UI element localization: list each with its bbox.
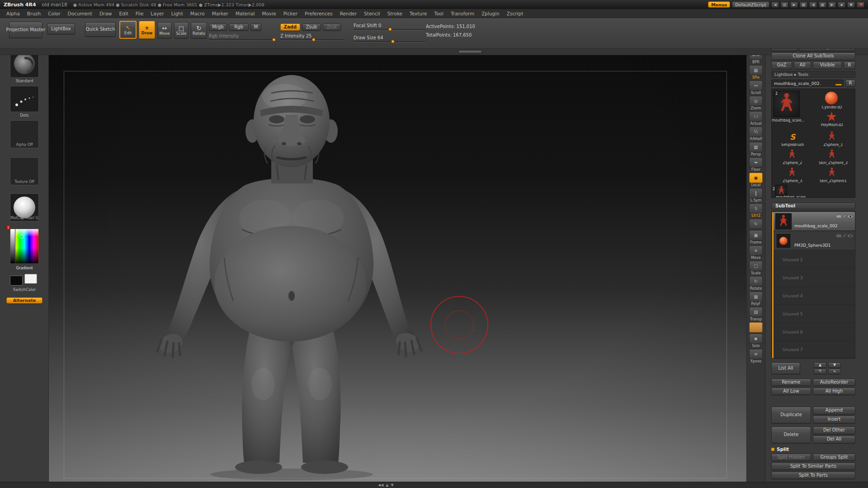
subtool-move-down-button[interactable]: ↳ <box>828 369 841 374</box>
document-canvas[interactable] <box>49 55 746 482</box>
focal-shift-slider[interactable]: Focal Shift 0 <box>354 23 426 30</box>
ghost-button[interactable] <box>749 322 763 333</box>
menu-color[interactable]: Color <box>44 11 64 16</box>
subtool-item-unused[interactable]: Unused 7 <box>774 341 855 358</box>
subtool-item[interactable]: PM3D_Sphere3D1 <box>774 231 855 250</box>
menu-edit[interactable]: Edit <box>115 11 132 16</box>
goz-r-button[interactable]: R <box>844 61 855 69</box>
split-to-similar-parts-button[interactable]: Split To Similar Parts <box>771 463 855 470</box>
next-ui-group-icon[interactable] <box>790 2 798 8</box>
tool-restore-button[interactable]: R <box>845 80 855 87</box>
rgb-intensity-slider[interactable]: Rgb Intensity <box>209 33 277 41</box>
subtool-item-unused[interactable]: Unused 3 <box>774 269 855 287</box>
mrgb-button[interactable]: Mrgb <box>209 23 227 31</box>
polyf-button[interactable]: PolyF <box>749 291 763 306</box>
solo-button[interactable]: Solo <box>749 333 763 348</box>
menu-stroke[interactable]: Stroke <box>384 11 406 16</box>
draw-size-knob[interactable] <box>391 40 395 43</box>
sxyz-button[interactable]: SXYZ <box>749 203 763 218</box>
xpose-button[interactable]: Xpose <box>749 349 763 363</box>
menu-layer[interactable]: Layer <box>147 11 167 16</box>
subtool-down-button[interactable]: ▼ <box>828 362 841 368</box>
menu-transform[interactable]: Transform <box>447 11 478 16</box>
local-button[interactable]: Local <box>749 173 763 187</box>
rename-button[interactable]: Rename <box>771 379 811 386</box>
menu-preferences[interactable]: Preferences <box>301 11 336 16</box>
floor-button[interactable]: Floor <box>749 157 763 172</box>
lsym-button[interactable]: L.Sym <box>749 188 763 202</box>
spix-button[interactable]: SPix <box>749 65 763 80</box>
append-button[interactable]: Append <box>813 407 855 414</box>
lightbox-button[interactable]: LightBox <box>47 23 75 34</box>
move-button[interactable]: ↔ Move <box>157 22 172 38</box>
scale-button[interactable]: □ Scale <box>174 22 189 38</box>
zsphere1-thumb[interactable] <box>829 131 835 142</box>
z-intensity-knob[interactable] <box>312 38 316 42</box>
dock-up-icon[interactable]: ▲ <box>386 483 388 487</box>
texture-selector[interactable]: Texture Off <box>10 157 39 185</box>
lightbox-tools-bar[interactable]: Lightbox ▸ Tools <box>771 71 855 78</box>
subtool-scrollbar[interactable] <box>772 212 774 358</box>
skin-zsphere1-thumb[interactable] <box>829 167 835 178</box>
aahalf-button[interactable]: AAHalf <box>749 127 763 141</box>
rotate-button[interactable]: ↻ Rotate <box>191 22 207 38</box>
mouthbag-scale-thumb[interactable]: 2 <box>775 185 787 197</box>
draw-size-slider[interactable]: Draw Size 64 <box>354 35 426 42</box>
draw-button[interactable]: + Draw <box>139 21 155 39</box>
actual-button[interactable]: Actual <box>749 111 763 126</box>
default-zscript-button[interactable]: DefaultZScript <box>732 1 769 8</box>
split-hidden-button[interactable]: Split Hidden <box>771 454 811 461</box>
goz-button[interactable]: GoZ <box>771 61 792 69</box>
focal-shift-knob[interactable] <box>388 28 392 31</box>
prev-ui-group-icon[interactable] <box>771 2 779 8</box>
menu-file[interactable]: File <box>132 11 147 16</box>
visibility-eye-icon[interactable] <box>847 234 853 238</box>
del-other-button[interactable]: Del Other <box>813 427 855 434</box>
move-gizmo-button[interactable]: Move <box>749 245 763 260</box>
goz-all-button[interactable]: All <box>794 61 811 69</box>
clone-all-subtools-button[interactable]: Clone All SubTools <box>771 52 855 60</box>
stroke-selector[interactable] <box>10 86 39 112</box>
menu-marker[interactable]: Marker <box>208 11 232 16</box>
menu-alpha[interactable]: Alpha <box>3 11 24 16</box>
frame-button[interactable]: Frame <box>749 230 763 244</box>
color-picker[interactable] <box>10 229 39 264</box>
lock-icon[interactable] <box>838 2 845 8</box>
menu-document[interactable]: Document <box>64 11 96 16</box>
next-doc-icon[interactable] <box>828 2 836 8</box>
duplicate-button[interactable]: Duplicate <box>771 407 811 423</box>
subtool-item-selected[interactable]: mouthbag_scale_002 <box>774 212 855 231</box>
scale-gizmo-button[interactable]: Scale <box>749 261 763 275</box>
alpha-selector[interactable]: Alpha Off <box>10 120 39 148</box>
panel-close-icon[interactable] <box>860 2 863 7</box>
zsub-button[interactable]: Zsub <box>302 23 321 31</box>
subtool-move-up-button[interactable]: ↰ <box>814 369 826 374</box>
menu-material[interactable]: Material <box>232 11 259 16</box>
groups-split-button[interactable]: Groups Split <box>813 454 855 461</box>
rgb-button[interactable]: Rgb <box>229 23 249 31</box>
spin-button[interactable] <box>749 219 763 229</box>
scroll-button[interactable]: Scroll <box>749 80 763 95</box>
gray-strip[interactable] <box>10 229 15 263</box>
subtool-item-unused[interactable]: Unused 4 <box>774 287 855 305</box>
zsphere2-thumb[interactable] <box>789 149 795 160</box>
transp-button[interactable]: Transp <box>749 307 763 321</box>
secondary-color-swatch[interactable] <box>24 274 37 284</box>
menu-draw[interactable]: Draw <box>96 11 115 16</box>
autoreorder-button[interactable]: AutoReorder <box>813 379 855 386</box>
rgb-intensity-knob[interactable] <box>272 38 276 42</box>
insert-button[interactable]: Insert <box>813 416 855 423</box>
menu-render[interactable]: Render <box>336 11 360 16</box>
session-icon[interactable] <box>847 2 855 8</box>
menu-movie[interactable]: Movie <box>259 11 280 16</box>
polymesh3d-thumb[interactable] <box>826 112 837 122</box>
rotate-gizmo-button[interactable]: Rotate <box>749 276 763 291</box>
visibility-eye-icon[interactable] <box>847 215 853 218</box>
menu-zplugin[interactable]: Zplugin <box>478 11 503 16</box>
menu-brush[interactable]: Brush <box>24 11 44 16</box>
menu-texture[interactable]: Texture <box>406 11 430 16</box>
list-all-button[interactable]: List All <box>771 362 800 374</box>
split-to-parts-button[interactable]: Split To Parts <box>771 472 855 479</box>
zsphere3-thumb[interactable] <box>789 167 795 178</box>
delete-button[interactable]: Delete <box>771 427 811 443</box>
